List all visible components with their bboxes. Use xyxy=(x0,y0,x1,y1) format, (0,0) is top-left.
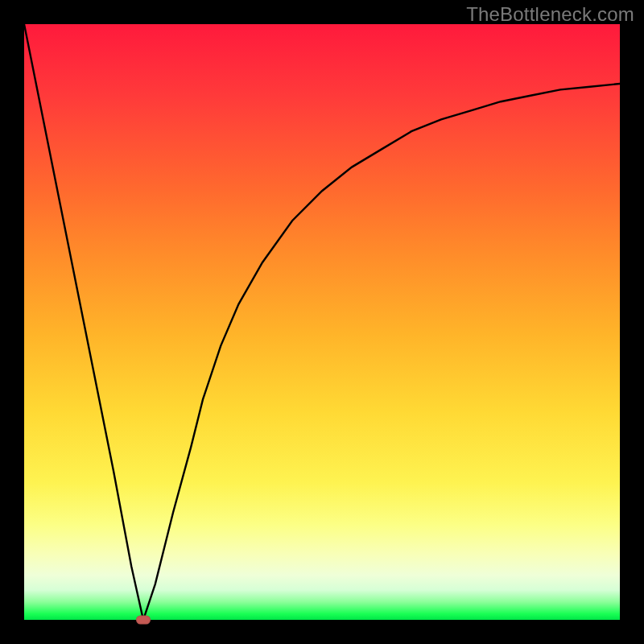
watermark-text: TheBottleneck.com xyxy=(466,3,634,26)
chart-frame: TheBottleneck.com xyxy=(0,0,644,644)
plot-area xyxy=(24,24,620,620)
min-marker xyxy=(136,616,151,625)
bottleneck-curve xyxy=(24,24,620,620)
